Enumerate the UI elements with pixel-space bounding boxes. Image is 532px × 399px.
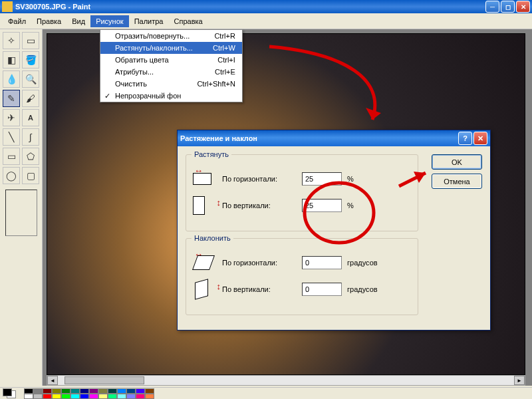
dialog-title: Растяжение и наклон: [180, 134, 257, 142]
palette-swatch[interactable]: [126, 388, 136, 394]
palette-swatch[interactable]: [117, 388, 126, 394]
menubar: Файл Правка Вид Рисунок Палитра Справка: [0, 13, 532, 29]
rounded-rect-tool[interactable]: ▢: [22, 167, 39, 184]
titlebar: SV300705.JPG - Paint ─ ◻ ✕: [0, 0, 532, 13]
skew-h-label: По горизонтали:: [222, 259, 302, 267]
skew-vertical-icon: ↕: [193, 279, 214, 300]
menu-help[interactable]: Справка: [169, 15, 208, 27]
app-icon: [2, 1, 13, 12]
pencil-tool[interactable]: ✎: [3, 90, 20, 107]
skew-fieldset: Наклонить ↔ По горизонтали: градусов ↕ П…: [186, 238, 418, 315]
palette-swatch[interactable]: [80, 394, 89, 399]
menu-item-invert-colors[interactable]: Обратить цвета Ctrl+I: [100, 54, 242, 66]
skew-h-input[interactable]: [302, 256, 342, 269]
palette-swatch[interactable]: [52, 388, 61, 394]
stretch-horizontal-icon: ↔: [193, 168, 214, 190]
palette-swatch[interactable]: [33, 394, 43, 399]
palette-swatch[interactable]: [145, 394, 154, 399]
palette-swatch[interactable]: [70, 394, 80, 399]
palette-swatch[interactable]: [98, 388, 108, 394]
palette-swatch[interactable]: [136, 394, 145, 399]
curve-tool[interactable]: ∫: [22, 128, 39, 146]
menu-file[interactable]: Файл: [3, 15, 31, 27]
stretch-skew-dialog: Растяжение и наклон ? ✕ Растянуть ↔ По г…: [177, 130, 491, 331]
scroll-right-icon[interactable]: ►: [514, 376, 525, 385]
dialog-titlebar: Растяжение и наклон ? ✕: [178, 130, 490, 146]
close-button[interactable]: ✕: [516, 1, 530, 13]
dialog-help-button[interactable]: ?: [458, 132, 472, 145]
palette-swatch[interactable]: [24, 394, 33, 399]
brush-tool[interactable]: 🖌: [22, 90, 39, 107]
stretch-vertical-icon: ↕: [193, 195, 214, 216]
palette-swatch[interactable]: [24, 388, 33, 394]
maximize-button[interactable]: ◻: [501, 1, 515, 13]
scroll-left-icon[interactable]: ◄: [47, 376, 58, 385]
cancel-button[interactable]: Отмена: [432, 174, 482, 189]
picker-tool[interactable]: 💧: [3, 70, 20, 88]
menu-item-attributes[interactable]: Атрибуты... Ctrl+E: [100, 66, 242, 78]
line-tool[interactable]: ╲: [3, 128, 20, 146]
skew-horizontal-icon: ↔: [193, 252, 214, 273]
palette-swatch[interactable]: [117, 394, 126, 399]
ok-button[interactable]: OK: [432, 154, 482, 170]
stretch-h-input[interactable]: [302, 172, 342, 186]
rect-tool[interactable]: ▭: [3, 148, 20, 165]
palette-swatch[interactable]: [52, 394, 61, 399]
fg-color-swatch[interactable]: [3, 388, 12, 396]
palette-swatch[interactable]: [61, 388, 70, 394]
stretch-v-input[interactable]: [302, 199, 342, 212]
fill-tool[interactable]: 🪣: [22, 51, 39, 68]
stretch-fieldset: Растянуть ↔ По горизонтали: % ↕ По верти…: [186, 154, 418, 231]
tool-options: [5, 190, 37, 236]
horizontal-scrollbar[interactable]: ◄ ►: [47, 375, 525, 386]
airbrush-tool[interactable]: ✈: [3, 109, 20, 126]
palette-swatch[interactable]: [43, 394, 52, 399]
palette-swatch[interactable]: [43, 388, 52, 394]
window-title: SV300705.JPG - Paint: [15, 3, 90, 11]
palette-swatch[interactable]: [145, 388, 154, 394]
menu-view[interactable]: Вид: [66, 15, 90, 27]
skew-v-label: По вертикали:: [222, 285, 302, 293]
menu-item-flip-rotate[interactable]: Отразить/повернуть... Ctrl+R: [100, 30, 242, 42]
skew-v-unit: градусов: [347, 285, 378, 293]
menu-image[interactable]: Рисунок: [90, 15, 129, 27]
polygon-tool[interactable]: ⬠: [22, 148, 39, 165]
palette-swatch[interactable]: [108, 388, 117, 394]
rect-select-tool[interactable]: ▭: [22, 32, 39, 49]
stretch-h-label: По горизонтали:: [222, 175, 302, 183]
menu-item-clear[interactable]: Очистить Ctrl+Shft+N: [100, 78, 242, 90]
stretch-v-unit: %: [347, 201, 354, 209]
minimize-button[interactable]: ─: [485, 1, 499, 13]
palette-swatch[interactable]: [126, 394, 136, 399]
palette-swatch[interactable]: [89, 388, 98, 394]
skew-legend: Наклонить: [192, 234, 233, 242]
zoom-tool[interactable]: 🔍: [22, 70, 39, 88]
ellipse-tool[interactable]: ◯: [3, 167, 20, 184]
menu-item-stretch-skew[interactable]: Растянуть/наклонить... Ctrl+W: [100, 42, 242, 54]
check-icon: ✓: [104, 92, 110, 100]
stretch-h-unit: %: [347, 175, 354, 183]
menu-dropdown: Отразить/повернуть... Ctrl+R Растянуть/н…: [100, 29, 243, 102]
text-tool[interactable]: A: [22, 109, 39, 126]
palette-grid: [24, 388, 154, 399]
menu-colors[interactable]: Палитра: [129, 15, 169, 27]
palette-swatch[interactable]: [98, 394, 108, 399]
free-select-tool[interactable]: ✧: [3, 32, 20, 49]
eraser-tool[interactable]: ◧: [3, 51, 20, 68]
palette-swatch[interactable]: [33, 388, 43, 394]
scroll-thumb[interactable]: [65, 376, 144, 384]
stretch-v-label: По вертикали:: [222, 201, 302, 209]
menu-item-opaque[interactable]: ✓ Непрозрачный фон: [100, 90, 242, 102]
palette-swatch[interactable]: [89, 394, 98, 399]
dialog-close-button[interactable]: ✕: [473, 132, 487, 145]
paint-window: SV300705.JPG - Paint ─ ◻ ✕ Файл Правка В…: [0, 0, 532, 399]
palette-swatch[interactable]: [108, 394, 117, 399]
menu-edit[interactable]: Правка: [31, 15, 66, 27]
palette-swatch[interactable]: [70, 388, 80, 394]
palette-swatch[interactable]: [136, 388, 145, 394]
skew-v-input[interactable]: [302, 283, 342, 296]
palette-swatch[interactable]: [80, 388, 89, 394]
palette-swatch[interactable]: [61, 394, 70, 399]
current-colors[interactable]: [3, 388, 21, 399]
stretch-legend: Растянуть: [192, 150, 231, 158]
